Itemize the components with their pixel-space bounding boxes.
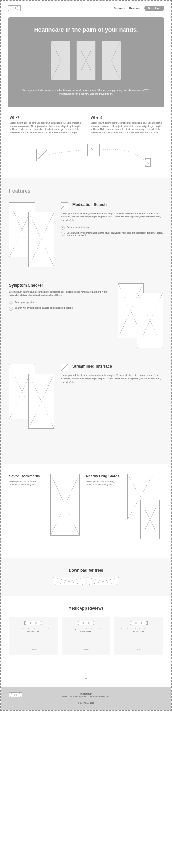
- hero-subtitle: We help you find equivalent medication a…: [18, 88, 154, 95]
- feature-step: Search will reveal possible causes and s…: [15, 307, 73, 311]
- review-author: Mung: [66, 648, 107, 650]
- drugstores-title: Nearby Drug Stores: [86, 474, 121, 478]
- hero-screenshot: [51, 41, 70, 80]
- when-body: Lorem ipsum dolor sit amet, consectetur …: [91, 121, 162, 134]
- logo: [8, 5, 21, 11]
- play-store-button[interactable]: [87, 577, 119, 586]
- header: Features Reviews Download: [1, 1, 171, 16]
- hero: Healthcare in the palm of your hands. We…: [8, 18, 164, 107]
- review-text: Lorem ipsum dolor sit amet, consectetur …: [66, 627, 107, 633]
- feature-step: Enter your symptoms.: [15, 301, 37, 305]
- stars-icon: [24, 621, 42, 625]
- feature-screenshot: [29, 212, 54, 267]
- review-text: Lorem ipsum dolor sit amet, consectetur …: [118, 627, 159, 633]
- feature-body: Lorem ipsum dolor sit amet, consectetur …: [61, 374, 163, 384]
- feature-step: Enter your medication.: [67, 226, 89, 230]
- illustration-image: [36, 149, 48, 161]
- nav-features[interactable]: Features: [114, 7, 125, 10]
- feature-step: Search will provide information on the d…: [67, 232, 163, 236]
- copyright: © Dani Alvear 2020: [78, 702, 94, 704]
- footer-logo: [9, 692, 22, 698]
- download-section: Download for free!: [1, 558, 171, 596]
- hero-screenshot: [102, 41, 121, 80]
- review-card: Lorem ipsum dolor sit amet, consectetur …: [9, 617, 58, 655]
- footer: Disclaimer Lorem ipsum dolor sit amet, c…: [1, 687, 171, 710]
- review-author: Edin: [118, 648, 159, 650]
- feature-screenshot: [29, 374, 54, 429]
- download-title: Download for free!: [1, 568, 171, 572]
- feature-medication-search: Medication Search Lorem ipsum dolor sit …: [9, 202, 163, 267]
- review-author: John: [13, 648, 54, 650]
- feature-title: Medication Search: [72, 202, 107, 207]
- feature-symptom-checker: Symptom Checker Lorem ipsum dolor sit am…: [9, 283, 163, 348]
- bookmarks-title: Saved Bookmarks: [9, 474, 44, 478]
- illustration-image: [145, 158, 151, 167]
- feature-icon: [61, 202, 68, 209]
- feature-title: Symptom Checker: [9, 283, 111, 288]
- why-body: Lorem ipsum dolor sit amet, consectetur …: [10, 121, 81, 134]
- features-heading: Features: [9, 188, 163, 194]
- review-card: Lorem ipsum dolor sit amet, consectetur …: [62, 617, 110, 655]
- feature-screenshot: [137, 293, 163, 348]
- feature-body: Lorem ipsum dolor sit amet, consectetur …: [61, 212, 163, 222]
- feature-streamlined-interface: Streamlined Interface Lorem ipsum dolor …: [9, 364, 163, 429]
- when-title: When?: [91, 116, 162, 119]
- feature-icon: [61, 364, 68, 371]
- review-card: Lorem ipsum dolor sit amet, consectetur …: [114, 617, 163, 655]
- nav-reviews[interactable]: Reviews: [129, 7, 140, 10]
- stars-icon: [77, 621, 95, 625]
- download-button[interactable]: Download: [144, 5, 164, 11]
- hero-screenshot: [76, 41, 96, 80]
- reviews-title: MedicApp Reviews: [9, 606, 163, 611]
- disclaimer-body: Lorem ipsum dolor sit amet, consectetur …: [62, 695, 110, 698]
- bookmarks-screenshot: [50, 474, 79, 536]
- reviews-section: MedicApp Reviews Lorem ipsum dolor sit a…: [1, 596, 171, 671]
- illustration-image: [87, 144, 100, 156]
- drugstores-screenshot: [140, 500, 160, 539]
- hero-title: Healthcare in the palm of your hands.: [18, 27, 154, 33]
- drugstores-body: Lorem ipsum dolor sit amet, consectetur …: [86, 480, 121, 487]
- features-section: Features Medication Search Lorem ipsum d…: [1, 178, 171, 464]
- scroll-top-button[interactable]: ↑: [1, 671, 171, 687]
- review-text: Lorem ipsum dolor sit amet, consectetur …: [13, 627, 54, 633]
- transition-illustration: [8, 143, 164, 172]
- bookmarks-drugstores: Saved Bookmarks Lorem ipsum dolor sit am…: [1, 464, 171, 558]
- stars-icon: [130, 621, 148, 625]
- app-store-button[interactable]: [53, 577, 85, 586]
- why-title: Why?: [10, 116, 81, 119]
- bookmarks-body: Lorem ipsum dolor sit amet, consectetur …: [9, 480, 44, 487]
- disclaimer-title: Disclaimer: [22, 692, 150, 695]
- feature-title: Streamlined Interface: [72, 364, 112, 369]
- why-when: Why? Lorem ipsum dolor sit amet, consect…: [1, 107, 171, 143]
- feature-body: Lorem ipsum dolor sit amet, consectetur …: [9, 290, 111, 297]
